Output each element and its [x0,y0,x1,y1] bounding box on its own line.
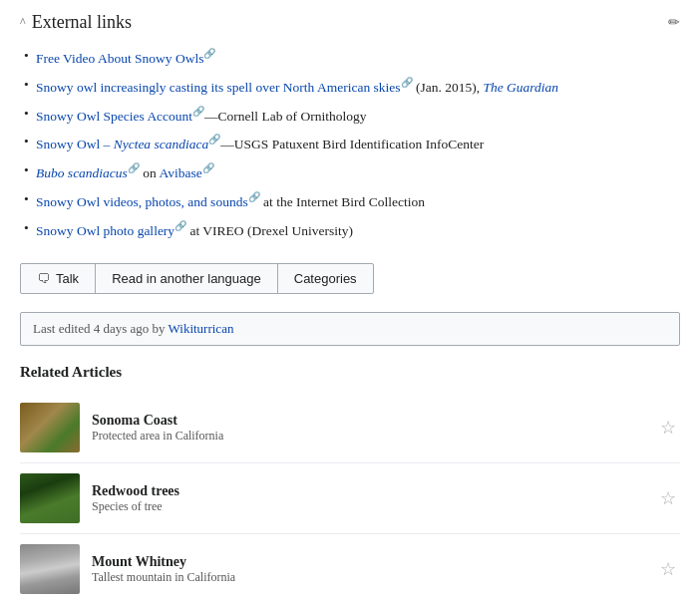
link-free-video[interactable]: Free Video About Snowy Owls [36,51,203,66]
link-gallery[interactable]: Snowy Owl photo gallery [36,222,175,237]
list-item: Snowy Owl – Nyctea scandiaca🔗—USGS Patux… [20,129,680,157]
related-thumb-redwood [20,473,80,523]
external-links-list: Free Video About Snowy Owls🔗 Snowy owl i… [20,43,680,243]
last-edited-bar: Last edited 4 days ago by Wikiturrican [20,312,680,346]
related-subtitle-whitney: Tallest mountain in California [92,570,656,585]
tab-categories[interactable]: Categories [277,263,374,294]
ext-marker: 🔗 [208,134,220,145]
list-item: Bubo scandiacus🔗 on Avibase🔗 [20,157,680,186]
related-text-sonoma: Sonoma Coast Protected area in Californi… [92,413,656,444]
ext-marker: 🔗 [175,220,186,231]
link-nyctea[interactable]: Snowy Owl – Nyctea scandiaca [36,137,208,151]
tab-categories-label: Categories [294,271,357,286]
link-avibase[interactable]: Avibase [159,165,201,180]
related-section-title: Related Articles [20,364,680,381]
link-bubo[interactable]: Bubo scandiacus [36,165,128,180]
related-subtitle-redwood: Species of tree [92,499,656,514]
last-edited-text: Last edited 4 days ago by [33,321,169,336]
related-title-whitney[interactable]: Mount Whitney [92,554,656,570]
section-title: ^ External links [20,12,132,33]
related-list: Sonoma Coast Protected area in Californi… [20,393,680,598]
list-item: Snowy owl increasingly casting its spell… [20,72,680,101]
related-title-sonoma[interactable]: Sonoma Coast [92,413,656,429]
ext-marker: 🔗 [248,191,260,202]
ext-marker: 🔗 [401,77,413,88]
list-item: Free Video About Snowy Owls🔗 [20,43,680,72]
tab-talk[interactable]: 🗨 Talk [20,263,96,294]
section-header: ^ External links ✏ [20,12,680,33]
related-text-redwood: Redwood trees Species of tree [92,483,656,514]
related-thumb-sonoma [20,403,80,452]
related-item-whitney: Mount Whitney Tallest mountain in Califo… [20,534,680,598]
link-species-account[interactable]: Snowy Owl Species Account [36,108,192,123]
ext-marker: 🔗 [203,48,215,59]
section-title-text: External links [32,12,132,33]
talk-icon: 🗨 [37,271,50,286]
ext-marker: 🔗 [192,106,204,117]
edit-icon[interactable]: ✏ [668,14,680,31]
star-icon-redwood[interactable]: ☆ [656,483,680,513]
tab-talk-label: Talk [56,271,79,286]
related-title-redwood[interactable]: Redwood trees [92,483,656,499]
list-item: Snowy Owl Species Account🔗—Cornell Lab o… [20,101,680,130]
list-item: Snowy Owl photo gallery🔗 at VIREO (Drexe… [20,215,680,244]
related-item-redwood: Redwood trees Species of tree ☆ [20,463,680,534]
page-container: ^ External links ✏ Free Video About Snow… [0,0,700,598]
related-thumb-whitney [20,544,80,594]
link-guardian[interactable]: Snowy owl increasingly casting its spell… [36,79,401,94]
related-subtitle-sonoma: Protected area in California [92,429,656,444]
link-guardian-source[interactable]: The Guardian [483,79,558,94]
tab-read-label: Read in another language [112,271,261,286]
star-icon-sonoma[interactable]: ☆ [656,413,680,443]
ext-marker: 🔗 [128,162,140,173]
star-icon-whitney[interactable]: ☆ [656,554,680,584]
last-edited-username[interactable]: Wikiturrican [169,321,234,336]
related-text-whitney: Mount Whitney Tallest mountain in Califo… [92,554,656,585]
ext-marker: 🔗 [202,162,214,173]
link-videos[interactable]: Snowy Owl videos, photos, and sounds [36,193,248,208]
tab-bar: 🗨 Talk Read in another language Categori… [20,263,680,294]
related-section: Related Articles Sonoma Coast Protected … [20,364,680,598]
collapse-icon[interactable]: ^ [20,15,26,30]
tab-read-another-language[interactable]: Read in another language [95,263,278,294]
list-item: Snowy Owl videos, photos, and sounds🔗 at… [20,186,680,215]
related-item-sonoma: Sonoma Coast Protected area in Californi… [20,393,680,463]
